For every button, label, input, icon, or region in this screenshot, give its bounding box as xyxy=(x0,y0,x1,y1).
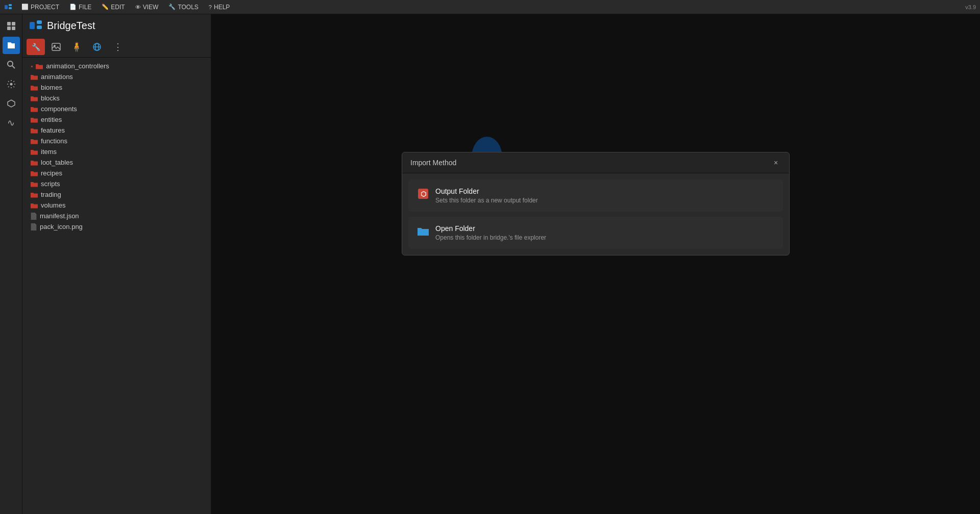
open-folder-option[interactable]: Open Folder Opens this folder in bridge.… xyxy=(408,217,783,249)
toolbar-more-button[interactable]: ⋮ xyxy=(108,39,127,55)
sidebar-item-grid[interactable] xyxy=(3,17,20,35)
modal-header: Import Method × xyxy=(402,152,789,173)
svg-point-7 xyxy=(8,61,13,66)
folder-icon: ▪ xyxy=(31,63,33,70)
svg-point-9 xyxy=(10,83,12,86)
menu-edit[interactable]: ✏️ EDIT xyxy=(97,3,129,12)
svg-rect-0 xyxy=(5,5,8,9)
list-item[interactable]: recipes xyxy=(22,168,211,178)
list-item[interactable]: loot_tables xyxy=(22,157,211,168)
svg-rect-12 xyxy=(37,20,42,24)
list-item[interactable]: entities xyxy=(22,114,211,125)
list-item[interactable]: pack_icon.png xyxy=(22,221,211,232)
svg-rect-1 xyxy=(9,4,12,6)
list-item[interactable]: items xyxy=(22,146,211,157)
list-item[interactable]: scripts xyxy=(22,178,211,189)
sidebar-item-waveform[interactable]: ∿ xyxy=(3,114,20,132)
svg-rect-3 xyxy=(7,22,11,25)
tools-icon: 🔧 xyxy=(168,4,176,10)
menu-file[interactable]: 📄 FILE xyxy=(65,3,95,12)
sidebar-item-files[interactable] xyxy=(3,37,20,54)
svg-text:⬡: ⬡ xyxy=(421,190,426,198)
svg-rect-13 xyxy=(37,25,42,29)
list-item[interactable]: biomes xyxy=(22,82,211,93)
svg-rect-5 xyxy=(7,27,11,30)
modal-overlay: Import Method × ⬡ Output Folder xyxy=(211,14,980,514)
sidebar-item-search[interactable] xyxy=(3,56,20,73)
output-folder-icon: ⬡ xyxy=(417,188,429,200)
file-panel-toolbar: 🔧 🧍 ⋮ xyxy=(22,37,211,58)
modal-title: Import Method xyxy=(410,159,456,167)
output-folder-desc: Sets this folder as a new output folder xyxy=(435,197,538,204)
toolbar-image-button[interactable] xyxy=(47,39,65,55)
modal-close-button[interactable]: × xyxy=(771,158,781,168)
version-label: v3.9 xyxy=(965,4,976,10)
svg-rect-4 xyxy=(12,22,15,25)
output-folder-text: Output Folder Sets this folder as a new … xyxy=(435,187,538,204)
toolbar-person-button[interactable]: 🧍 xyxy=(67,39,86,55)
file-tree: ▪ animation_controllers animations biome… xyxy=(22,58,211,514)
file-icon: 📄 xyxy=(69,4,77,10)
list-item[interactable]: manifest.json xyxy=(22,211,211,221)
list-item[interactable]: ▪ animation_controllers xyxy=(22,61,211,71)
menu-bar: ⬜ PROJECT 📄 FILE ✏️ EDIT 👁 VIEW 🔧 TOOLS … xyxy=(0,0,980,14)
help-icon: ? xyxy=(209,4,212,10)
file-panel: BridgeTest 🔧 🧍 ⋮ xyxy=(22,14,211,514)
menu-project[interactable]: ⬜ PROJECT xyxy=(17,3,63,12)
list-item[interactable]: components xyxy=(22,104,211,114)
modal-body: ⬡ Output Folder Sets this folder as a ne… xyxy=(402,173,789,255)
view-icon: 👁 xyxy=(135,4,141,10)
icon-sidebar: ∿ xyxy=(0,14,22,514)
output-folder-title: Output Folder xyxy=(435,187,538,195)
open-folder-icon xyxy=(417,225,429,237)
list-item[interactable]: volumes xyxy=(22,200,211,211)
project-icon: ⬜ xyxy=(21,4,29,10)
svg-rect-2 xyxy=(9,7,12,9)
file-panel-header: BridgeTest xyxy=(22,14,211,37)
svg-marker-10 xyxy=(8,100,15,107)
open-folder-desc: Opens this folder in bridge.'s file expl… xyxy=(435,234,546,241)
menu-help[interactable]: ? HELP xyxy=(205,3,234,12)
open-folder-text: Open Folder Opens this folder in bridge.… xyxy=(435,224,546,241)
menu-view[interactable]: 👁 VIEW xyxy=(131,3,163,12)
edit-icon: ✏️ xyxy=(102,4,109,10)
sidebar-item-settings[interactable] xyxy=(3,75,20,93)
menu-tools[interactable]: 🔧 TOOLS xyxy=(164,3,202,12)
svg-line-8 xyxy=(12,66,15,68)
sidebar-item-extensions[interactable] xyxy=(3,95,20,112)
import-method-modal: Import Method × ⬡ Output Folder xyxy=(402,152,790,255)
output-folder-option[interactable]: ⬡ Output Folder Sets this folder as a ne… xyxy=(408,179,783,212)
list-item[interactable]: features xyxy=(22,125,211,136)
app-logo-icon xyxy=(4,3,12,11)
main-layout: ∿ BridgeTest 🔧 🧍 xyxy=(0,14,980,514)
open-folder-title: Open Folder xyxy=(435,224,546,233)
svg-rect-6 xyxy=(12,27,15,30)
svg-rect-11 xyxy=(30,22,35,29)
bridgetest-logo xyxy=(29,18,43,33)
list-item[interactable]: blocks xyxy=(22,93,211,104)
list-item[interactable]: animations xyxy=(22,71,211,82)
list-item[interactable]: trading xyxy=(22,189,211,200)
toolbar-globe-button[interactable] xyxy=(88,39,106,55)
toolbar-wrench-button[interactable]: 🔧 xyxy=(27,39,45,55)
app-title: BridgeTest xyxy=(47,20,95,32)
list-item[interactable]: functions xyxy=(22,136,211,146)
main-content: Import Method × ⬡ Output Folder xyxy=(211,14,980,514)
